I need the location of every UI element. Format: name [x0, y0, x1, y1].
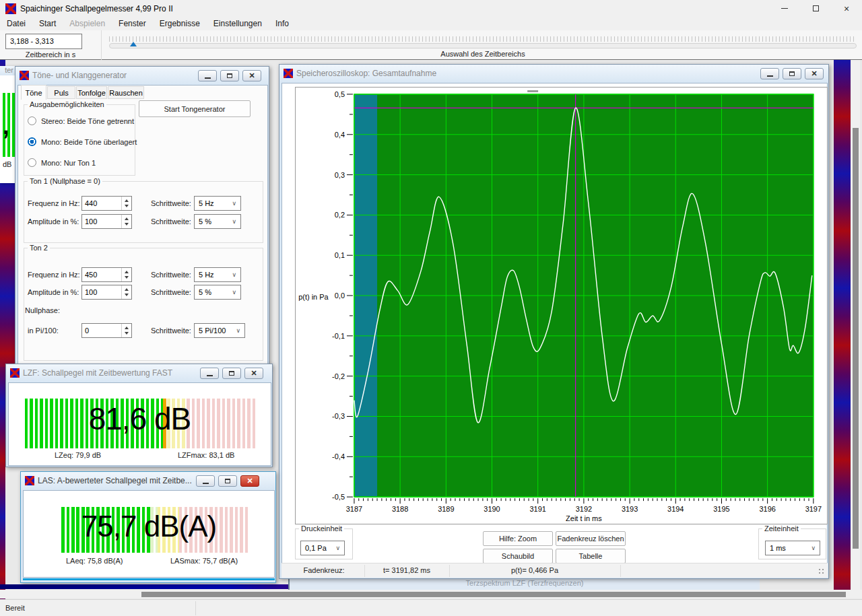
druckeinheit-label: Druckeinheit — [299, 524, 344, 533]
tabelle-button[interactable]: Tabelle — [556, 549, 626, 563]
radio-icon — [28, 158, 36, 167]
time-slider-ticks — [109, 36, 857, 42]
horizontal-scrollbar-thumb[interactable] — [141, 592, 846, 597]
las-minimize-button[interactable] — [196, 475, 215, 487]
tone-restore-button[interactable] — [220, 70, 239, 81]
menu-ergebnisse[interactable]: Ergebnisse — [153, 18, 207, 30]
lzf-value: 81,6 dB — [6, 401, 273, 437]
osc-close-button[interactable]: ✕ — [805, 68, 824, 79]
vertical-scrollbar-thumb[interactable] — [853, 128, 859, 549]
ton1-frequenz-label: Frequenz in Hz: — [28, 199, 80, 207]
ton1-frequenz-spinner[interactable]: 440 — [81, 196, 132, 211]
spinner-arrows-icon[interactable] — [121, 268, 131, 281]
schaubild-button[interactable]: Schaubild — [483, 549, 553, 563]
oscilloscope-titlebar[interactable]: Speicheroszilloskop: Gesamtaufnahme — [279, 65, 828, 82]
lzf-close-button[interactable]: ✕ — [244, 368, 263, 379]
spinner-arrows-icon[interactable] — [121, 324, 131, 337]
chevron-down-icon: ∨ — [335, 545, 340, 551]
resize-grip[interactable] — [819, 569, 820, 570]
druckeinheit-select[interactable]: 0,1 Pa ∨ — [300, 541, 345, 555]
lzf-restore-button[interactable] — [222, 368, 241, 379]
menu-start[interactable]: Start — [32, 18, 63, 30]
ton2-schrittweite-label: Schrittweite: — [151, 271, 191, 279]
ton1-frequenz-step-select[interactable]: 5 Hz ∨ — [194, 196, 241, 211]
spinner-arrows-icon[interactable] — [121, 197, 131, 210]
radio-stereo-getrennt[interactable]: Stereo: Beide Töne getrennt — [28, 116, 134, 125]
zeiteinheit-label: Zeiteinheit — [762, 524, 801, 533]
svg-text:3192: 3192 — [576, 505, 592, 513]
svg-text:3188: 3188 — [392, 505, 408, 513]
las-close-button[interactable]: ✕ — [240, 475, 259, 487]
oscilloscope-window: Speicheroszilloskop: Gesamtaufnahme ✕ 31… — [279, 64, 829, 579]
window-icon — [10, 368, 20, 378]
ton2-frequenz-spinner[interactable]: 450 — [81, 267, 132, 282]
time-slider-label: Auswahl des Zeitbereichs — [109, 50, 857, 58]
start-tongenerator-button[interactable]: Start Tongenerator — [139, 100, 251, 117]
menu-info[interactable]: Info — [269, 18, 296, 30]
time-slider-thumb[interactable] — [130, 42, 137, 46]
partial-meter-unit: dB — [3, 160, 11, 168]
hilfe-zoom-button[interactable]: Hilfe: Zoom — [483, 531, 553, 546]
time-range-input[interactable]: 3,188 - 3,313 — [5, 34, 82, 49]
restore-button[interactable] — [800, 0, 831, 17]
ton1-amplitude-label: Amplitude in %: — [28, 217, 79, 226]
svg-text:Zeit t in ms: Zeit t in ms — [566, 514, 602, 522]
oscilloscope-plot[interactable]: 3187318831893190319131923193319431953196… — [296, 88, 827, 524]
tone-minimize-button[interactable] — [198, 70, 217, 81]
ton2-label: Ton 2 — [28, 244, 50, 252]
pi100-label: in Pi/100: — [28, 327, 59, 335]
horizontal-scrollbar[interactable] — [0, 590, 862, 598]
ton2-amplitude-label: Amplitude in %: — [28, 288, 79, 296]
crosshair-time-value: t= 3191,82 ms — [364, 566, 449, 574]
svg-text:0,1: 0,1 — [335, 251, 345, 259]
spinner-arrows-icon[interactable] — [121, 215, 131, 228]
tab-toene[interactable]: Töne — [21, 85, 46, 100]
lzf-lzfmax-stat: LZFmax: 83,1 dB — [178, 451, 234, 459]
nullphase-step-select[interactable]: 5 Pi/100 ∨ — [194, 323, 245, 338]
menu-einstellungen[interactable]: Einstellungen — [207, 18, 269, 30]
lzf-minimize-button[interactable] — [200, 368, 219, 379]
background-window-title: Terzspektrum LZF (Terzfrequenzen) — [466, 579, 584, 587]
svg-text:3190: 3190 — [484, 505, 500, 513]
vertical-scrollbar[interactable] — [851, 59, 860, 590]
output-options-label: Ausgabemöglichkeiten — [28, 100, 106, 108]
ton1-amplitude-spinner[interactable]: 100 — [81, 214, 132, 229]
las-restore-button[interactable] — [218, 475, 237, 487]
fadenkreuz-loeschen-button[interactable]: Fadenkreuz löschen — [556, 531, 626, 546]
osc-minimize-button[interactable] — [760, 68, 779, 79]
minimize-button[interactable] — [769, 0, 800, 17]
svg-text:-0,5: -0,5 — [332, 493, 345, 501]
ton2-frequenz-step-select[interactable]: 5 Hz ∨ — [194, 267, 241, 282]
tone-generator-window: Töne- und Klanggenerator ✕ Töne Puls Ton… — [15, 66, 269, 369]
radio-mono-ueberlagert[interactable]: Mono: Beide Töne überlagert — [28, 137, 137, 146]
close-button[interactable]: × — [831, 0, 862, 17]
tab-puls[interactable]: Puls — [47, 86, 75, 99]
menu-abspielen[interactable]: Abspielen — [63, 18, 112, 30]
oscilloscope-chart-panel[interactable]: 3187318831893190319131923193319431953196… — [295, 87, 828, 524]
svg-text:0,4: 0,4 — [335, 131, 345, 139]
svg-text:0,3: 0,3 — [335, 171, 345, 179]
osc-restore-button[interactable] — [783, 68, 801, 79]
ton2-amplitude-spinner[interactable]: 100 — [81, 285, 132, 300]
nullphase-spinner[interactable]: 0 — [81, 323, 132, 338]
las-title: LAS: A-bewerteter Schallpegel mit Zeitbe… — [38, 476, 192, 485]
tab-tonfolge[interactable]: Tonfolge — [76, 86, 107, 99]
las-titlebar[interactable]: LAS: A-bewerteter Schallpegel mit Zeitbe… — [21, 472, 275, 489]
chevron-down-icon: ∨ — [232, 271, 236, 278]
menu-fenster[interactable]: Fenster — [112, 18, 153, 30]
chevron-down-icon: ∨ — [811, 545, 816, 551]
time-slider-track[interactable] — [109, 43, 857, 48]
zeiteinheit-select[interactable]: 1 ms ∨ — [765, 541, 820, 555]
menu-datei[interactable]: Datei — [0, 18, 32, 30]
background-gradient-midleft — [0, 182, 15, 367]
radio-mono-ton1[interactable]: Mono: Nur Ton 1 — [28, 158, 96, 167]
spinner-arrows-icon[interactable] — [121, 285, 131, 299]
ton2-amplitude-step-select[interactable]: 5 % ∨ — [194, 285, 241, 300]
las-lasmax-stat: LASmax: 75,7 dB(A) — [170, 557, 238, 565]
svg-text:3189: 3189 — [438, 505, 454, 513]
svg-text:-0,2: -0,2 — [332, 372, 345, 380]
tab-rauschen[interactable]: Rauschen — [108, 86, 144, 99]
tone-close-button[interactable]: ✕ — [242, 70, 261, 81]
ton1-amplitude-step-select[interactable]: 5 % ∨ — [194, 214, 241, 229]
svg-text:p(t) in Pa: p(t) in Pa — [298, 293, 329, 301]
